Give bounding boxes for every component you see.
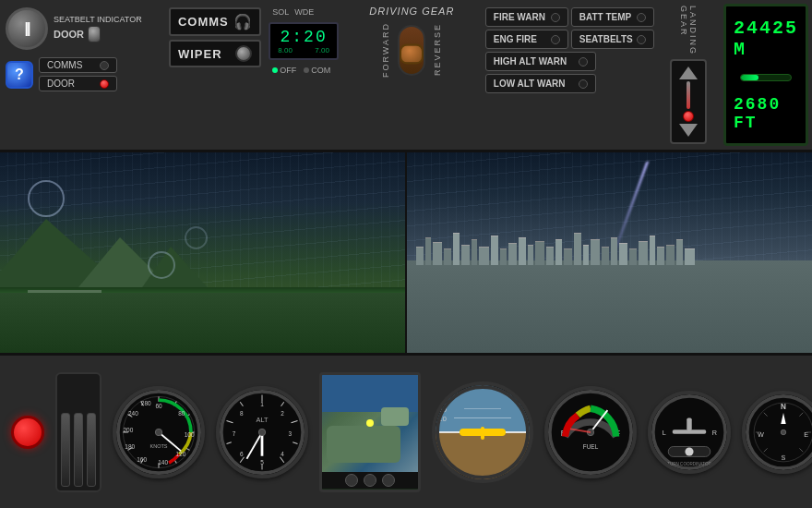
gear-indicator-red: [683, 111, 694, 122]
comms-label: COMMS: [178, 15, 229, 29]
building: [416, 247, 424, 265]
svg-text:7: 7: [233, 429, 236, 436]
panel-altimeter: 24425 M 2680 FT: [720, 0, 812, 150]
indicator-circle-2: [148, 251, 175, 279]
fuel-gauge: E F FUEL: [544, 386, 637, 478]
building: [479, 247, 489, 265]
svg-text:8: 8: [240, 409, 244, 416]
svg-text:100: 100: [185, 430, 195, 437]
high-alt-led: [579, 57, 588, 67]
landing-gear-label: LANDING GEAR: [679, 6, 698, 55]
building: [519, 237, 526, 265]
off-dot: [272, 67, 278, 73]
throttle-lever-1[interactable]: [61, 413, 70, 487]
seatbelts-btn[interactable]: SEATBELTS: [571, 30, 654, 49]
wiper-block[interactable]: WIPER: [169, 40, 261, 67]
svg-text:FUEL: FUEL: [583, 443, 599, 450]
indicator-buttons: ? COMMS DOOR: [6, 57, 160, 91]
indicator-circle-3: [185, 226, 208, 249]
digital-display: 2:20 8.00 7.00: [269, 22, 339, 60]
top-panel: SEATBELT INDICATOR DOOR ? COMMS DOOR: [0, 0, 812, 152]
low-alt-btn[interactable]: LOW ALT WARN: [485, 74, 596, 93]
map-land-2: [381, 407, 409, 426]
building: [602, 247, 609, 265]
wiper-knob[interactable]: [235, 45, 252, 62]
comms-indicator[interactable]: COMMS: [39, 57, 117, 73]
building: [619, 243, 627, 265]
low-alt-led: [579, 79, 588, 89]
panel-driving-gear: DRIVING GEAR FORWARD REVERSE: [342, 0, 482, 150]
throttle-group[interactable]: [55, 372, 102, 492]
warn-row-1: FIRE WARN BATT TEMP: [485, 7, 654, 27]
svg-text:180: 180: [125, 443, 135, 450]
driving-gear-title: DRIVING GEAR: [350, 6, 474, 17]
eng-fire-btn[interactable]: ENG FIRE: [485, 30, 568, 49]
panel-comms: COMMS 🎧 WIPER: [165, 0, 265, 150]
building: [472, 239, 477, 265]
map-btn-1[interactable]: [345, 474, 358, 487]
warning-panel: FIRE WARN BATT TEMP ENG FIRE SEATBELTS H…: [482, 0, 658, 150]
building: [528, 245, 533, 265]
building: [666, 245, 675, 265]
headphone-icon: 🎧: [233, 13, 252, 30]
fire-warn-led: [551, 13, 560, 22]
off-com-row: OFF COM: [269, 64, 339, 77]
door-indicator[interactable]: DOOR: [39, 76, 117, 91]
building: [555, 239, 562, 265]
building: [461, 245, 470, 265]
warn-row-2: ENG FIRE SEATBELTS: [485, 30, 654, 49]
emergency-button[interactable]: [11, 416, 44, 449]
building: [433, 242, 442, 265]
svg-text:280: 280: [141, 399, 151, 405]
altitude-bar: [740, 74, 792, 81]
svg-text:80: 80: [178, 409, 185, 416]
fire-warn-btn[interactable]: FIRE WARN: [485, 7, 568, 27]
view-right: [407, 152, 812, 353]
svg-text:R: R: [712, 428, 717, 436]
fuel-svg: E F FUEL: [548, 390, 633, 475]
svg-text:3: 3: [289, 429, 293, 436]
panel-left: SEATBELT INDICATOR DOOR ? COMMS DOOR: [0, 0, 165, 150]
building: [583, 245, 589, 265]
building: [629, 248, 637, 265]
throttle-lever-3[interactable]: [87, 413, 96, 487]
gear-arrow-down: [679, 124, 698, 137]
building: [500, 248, 507, 265]
batt-temp-btn[interactable]: BATT TEMP: [571, 7, 654, 27]
altitude-bar-fill: [741, 75, 758, 80]
throttle-lever-2[interactable]: [74, 413, 83, 487]
digital-time: 2:20: [276, 28, 331, 46]
off-label: OFF: [272, 66, 296, 75]
building: [685, 248, 695, 265]
svg-text:1: 1: [260, 401, 264, 407]
panel-digital: SOL WDE 2:20 8.00 7.00 OFF COM: [265, 0, 342, 150]
attitude-indicator: 10 20: [432, 381, 533, 483]
map-btn-3[interactable]: [382, 474, 395, 487]
city-buildings: [416, 233, 695, 265]
landing-gear-widget[interactable]: [670, 59, 707, 144]
map-water: [322, 375, 418, 412]
gear-lever-knob: [400, 43, 424, 64]
comms-block[interactable]: COMMS 🎧: [169, 7, 261, 36]
gear-arrow-up: [679, 67, 698, 79]
gear-lever[interactable]: [398, 25, 425, 76]
svg-text:240: 240: [128, 409, 138, 416]
ground-left: [0, 293, 405, 353]
map-btn-2[interactable]: [364, 474, 376, 487]
sol-wde-row: SOL WDE: [269, 6, 339, 18]
altitude-feet: 2680 FT: [734, 95, 798, 132]
bottom-panel: 60 80 100 120 140 160 180 200 240 280 KN…: [0, 356, 812, 508]
view-left: [0, 152, 407, 353]
help-button[interactable]: ?: [6, 61, 33, 89]
high-alt-btn[interactable]: HIGH ALT WARN: [485, 52, 596, 71]
eng-fire-led: [551, 35, 560, 44]
svg-text:5: 5: [260, 458, 264, 465]
airspeed-svg: 60 80 100 120 140 160 180 200 240 280 KN…: [116, 390, 201, 475]
door-knob[interactable]: [88, 26, 101, 42]
seatbelt-area: SEATBELT INDICATOR DOOR: [6, 7, 160, 50]
building: [444, 248, 451, 265]
map-display[interactable]: [319, 372, 421, 492]
com-dot: [304, 67, 309, 73]
help-row: ? COMMS DOOR: [6, 57, 160, 91]
seatbelts-led: [637, 35, 646, 44]
